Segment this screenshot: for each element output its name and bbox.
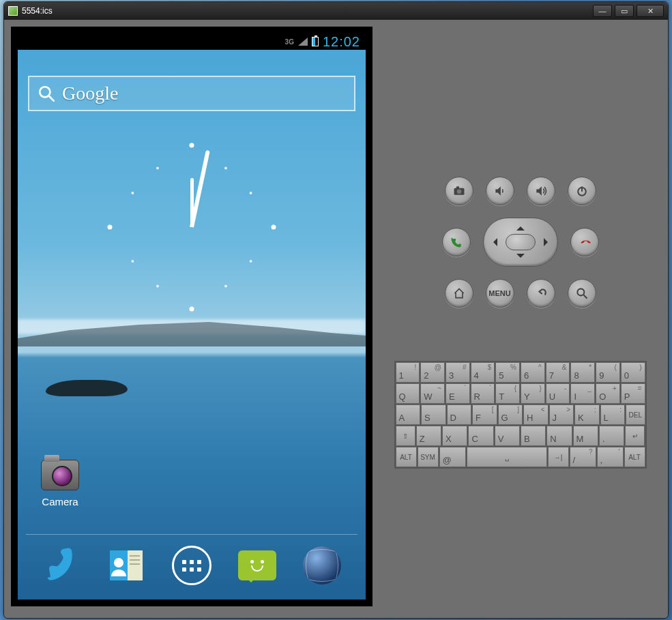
key-_[interactable]: ↵ bbox=[625, 426, 645, 446]
volume-up-button[interactable] bbox=[527, 177, 555, 205]
key-r[interactable]: R` bbox=[471, 383, 495, 404]
key-alt-label: ] bbox=[517, 406, 519, 413]
key-n[interactable]: N bbox=[546, 426, 572, 446]
home-screen[interactable]: Google Camera bbox=[18, 50, 366, 600]
phone-app-icon[interactable] bbox=[40, 544, 83, 587]
key-t[interactable]: T{ bbox=[495, 383, 520, 404]
key-alt-label: [ bbox=[492, 406, 494, 413]
shortcut-label: Camera bbox=[33, 496, 87, 507]
key-u[interactable]: U- bbox=[546, 383, 570, 404]
dpad-right[interactable] bbox=[544, 238, 552, 246]
menu-button[interactable]: MENU bbox=[486, 279, 514, 308]
key-a[interactable]: A bbox=[396, 404, 421, 425]
key-__[interactable]: →| bbox=[548, 447, 569, 467]
dpad-center[interactable] bbox=[506, 234, 536, 250]
key-p[interactable]: P= bbox=[621, 383, 645, 404]
key-alt-label: ^ bbox=[538, 364, 542, 371]
key-l[interactable]: L: bbox=[600, 404, 626, 425]
end-call-button[interactable] bbox=[570, 228, 599, 256]
key-g[interactable]: G] bbox=[498, 404, 523, 425]
close-button[interactable]: ✕ bbox=[637, 5, 664, 17]
clock-mark bbox=[131, 192, 134, 194]
key-v[interactable]: V bbox=[495, 426, 520, 446]
battery-icon bbox=[312, 37, 319, 46]
back-button[interactable] bbox=[527, 279, 555, 308]
search-button[interactable] bbox=[568, 279, 596, 308]
key-3[interactable]: 3# bbox=[445, 362, 470, 383]
titlebar[interactable]: 5554:ics — ▭ ✕ bbox=[4, 2, 668, 20]
messaging-app-icon[interactable] bbox=[235, 544, 279, 587]
camera-icon bbox=[41, 460, 79, 490]
key-i[interactable]: I_ bbox=[570, 383, 595, 404]
key-alt-label: { bbox=[514, 385, 516, 392]
svg-rect-10 bbox=[456, 186, 458, 188]
key-y[interactable]: Y} bbox=[521, 383, 545, 404]
keyboard-row: ALTSYM@␣→|/?,'ALT bbox=[396, 447, 645, 467]
key-x[interactable]: X bbox=[442, 426, 467, 446]
dpad-down[interactable] bbox=[516, 254, 525, 262]
key-_[interactable]: ⇧ bbox=[396, 426, 415, 446]
control-row-1 bbox=[445, 177, 596, 205]
analog-clock-widget[interactable] bbox=[103, 138, 280, 316]
key-e[interactable]: E´ bbox=[445, 383, 470, 404]
key-_[interactable]: . bbox=[599, 426, 624, 446]
dpad bbox=[483, 218, 558, 267]
key-q[interactable]: Q bbox=[396, 383, 420, 404]
key-7[interactable]: 7& bbox=[546, 362, 570, 383]
volume-down-button[interactable] bbox=[486, 177, 514, 205]
key-_[interactable]: ,' bbox=[597, 447, 624, 467]
key-_[interactable]: /? bbox=[570, 447, 596, 467]
app-icon bbox=[8, 6, 18, 16]
key-5[interactable]: 5% bbox=[495, 362, 520, 383]
key-j[interactable]: J> bbox=[549, 404, 574, 425]
key-_[interactable]: ␣ bbox=[467, 447, 547, 467]
app-drawer-icon[interactable] bbox=[170, 544, 214, 587]
key-alt-label: ~ bbox=[437, 385, 441, 392]
camera-button[interactable] bbox=[445, 177, 473, 205]
key-alt-label: > bbox=[566, 406, 570, 413]
key-alt-label: } bbox=[539, 385, 541, 392]
key-alt[interactable]: ALT bbox=[624, 447, 645, 467]
key-c[interactable]: C bbox=[468, 426, 493, 446]
device-screen[interactable]: 3G 12:02 Google bbox=[18, 33, 366, 600]
window-title: 5554:ics bbox=[22, 6, 53, 16]
key-h[interactable]: H< bbox=[523, 404, 549, 425]
key-1[interactable]: 1! bbox=[396, 362, 420, 383]
key-_[interactable]: @ bbox=[439, 447, 466, 467]
clock-mark bbox=[108, 225, 113, 230]
google-search-widget[interactable]: Google bbox=[28, 76, 355, 111]
dock-divider bbox=[26, 534, 357, 535]
key-alt[interactable]: ALT bbox=[396, 447, 417, 467]
key-del[interactable]: DEL bbox=[626, 404, 645, 425]
key-alt-label: ' bbox=[619, 448, 620, 456]
key-alt-label: : bbox=[619, 406, 622, 413]
camera-shortcut[interactable]: Camera bbox=[33, 460, 87, 507]
dpad-up[interactable] bbox=[516, 222, 525, 231]
key-o[interactable]: O+ bbox=[596, 383, 620, 404]
key-8[interactable]: 8* bbox=[570, 362, 595, 383]
key-0[interactable]: 0) bbox=[621, 362, 645, 383]
key-alt-label: ( bbox=[614, 364, 616, 371]
dpad-left[interactable] bbox=[489, 238, 497, 246]
key-2[interactable]: 2@ bbox=[420, 362, 445, 383]
key-6[interactable]: 6^ bbox=[521, 362, 545, 383]
key-w[interactable]: W~ bbox=[420, 383, 445, 404]
key-9[interactable]: 9( bbox=[596, 362, 620, 383]
status-bar[interactable]: 3G 12:02 bbox=[18, 33, 366, 50]
key-b[interactable]: B bbox=[521, 426, 546, 446]
key-m[interactable]: M bbox=[573, 426, 598, 446]
call-button[interactable] bbox=[442, 228, 471, 256]
minimize-button[interactable]: — bbox=[593, 5, 612, 17]
maximize-button[interactable]: ▭ bbox=[615, 5, 634, 17]
power-button[interactable] bbox=[568, 177, 596, 205]
key-sym[interactable]: SYM bbox=[418, 447, 439, 467]
key-4[interactable]: 4$ bbox=[471, 362, 495, 383]
key-k[interactable]: K; bbox=[574, 404, 600, 425]
key-f[interactable]: F[ bbox=[472, 404, 497, 425]
browser-app-icon[interactable] bbox=[300, 544, 344, 587]
key-z[interactable]: Z bbox=[416, 426, 441, 446]
key-s[interactable]: S bbox=[421, 404, 446, 425]
key-d[interactable]: D bbox=[447, 404, 472, 425]
contacts-app-icon[interactable] bbox=[104, 544, 148, 587]
home-button[interactable] bbox=[445, 279, 473, 308]
